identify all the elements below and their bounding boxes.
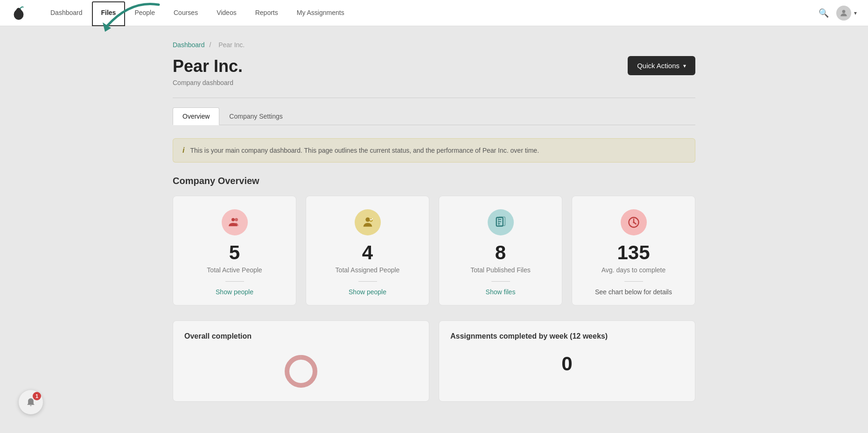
info-banner-text: This is your main company dashboard. Thi… xyxy=(190,147,539,154)
overall-completion-card: Overall completion xyxy=(173,320,429,402)
active-people-divider xyxy=(225,281,244,282)
nav-my-assignments[interactable]: My Assignments xyxy=(287,0,354,26)
stat-card-avg-days: 135 Avg. days to complete See chart belo… xyxy=(572,196,695,305)
active-people-icon xyxy=(222,209,248,235)
nav-videos[interactable]: Videos xyxy=(207,0,246,26)
assigned-people-icon xyxy=(355,209,381,235)
page-header: Pear Inc. Company dashboard Quick Action… xyxy=(173,56,695,86)
user-menu[interactable]: ▾ xyxy=(836,6,857,21)
published-files-link[interactable]: Show files xyxy=(486,288,516,296)
page-title: Pear Inc. xyxy=(173,56,243,76)
published-files-icon xyxy=(488,209,514,235)
avg-days-icon xyxy=(621,209,647,235)
nav-people[interactable]: People xyxy=(125,0,164,26)
completion-chart xyxy=(282,353,320,390)
quick-actions-button[interactable]: Quick Actions ▾ xyxy=(628,56,695,75)
published-files-divider xyxy=(491,281,510,282)
assigned-people-divider xyxy=(358,281,377,282)
published-files-label: Total Published Files xyxy=(470,266,530,274)
assignments-by-week-title: Assignments completed by week (12 weeks) xyxy=(450,332,684,341)
assigned-people-number: 4 xyxy=(362,243,373,263)
stat-card-published-files: 8 Total Published Files Show files xyxy=(439,196,562,305)
notification-count: 1 xyxy=(33,392,41,400)
stat-card-assigned-people: 4 Total Assigned People Show people xyxy=(306,196,429,305)
assigned-people-link[interactable]: Show people xyxy=(349,288,386,296)
page-subtitle: Company dashboard xyxy=(173,79,243,86)
nav-dashboard[interactable]: Dashboard xyxy=(41,0,92,26)
assigned-people-label: Total Assigned People xyxy=(336,266,400,274)
overall-completion-title: Overall completion xyxy=(184,332,418,341)
info-banner: i This is your main company dashboard. T… xyxy=(173,138,695,163)
svg-point-4 xyxy=(231,218,235,221)
svg-point-18 xyxy=(287,357,315,385)
tab-company-settings[interactable]: Company Settings xyxy=(219,107,292,125)
main-content: Dashboard / Pear Inc. Pear Inc. Company … xyxy=(154,26,714,417)
stat-cards: 5 Total Active People Show people 4 Tota… xyxy=(173,196,695,305)
active-people-number: 5 xyxy=(229,243,240,263)
stat-card-active-people: 5 Total Active People Show people xyxy=(173,196,296,305)
avg-days-link: See chart below for details xyxy=(595,288,672,296)
avg-days-label: Avg. days to complete xyxy=(602,266,665,274)
search-area: 🔍 xyxy=(819,8,829,18)
breadcrumb-separator: / xyxy=(209,41,211,49)
avg-days-divider xyxy=(624,281,643,282)
quick-actions-chevron-icon: ▾ xyxy=(683,63,686,69)
avatar xyxy=(836,6,851,21)
info-icon: i xyxy=(182,146,184,155)
svg-point-2 xyxy=(842,10,846,13)
active-people-link[interactable]: Show people xyxy=(216,288,253,296)
page-title-group: Pear Inc. Company dashboard xyxy=(173,56,243,86)
logo xyxy=(11,6,26,21)
svg-point-5 xyxy=(235,218,238,221)
notification-badge[interactable]: 1 xyxy=(19,390,43,414)
assignments-by-week-card: Assignments completed by week (12 weeks)… xyxy=(439,320,695,402)
breadcrumb-parent[interactable]: Dashboard xyxy=(173,41,205,49)
tabs: Overview Company Settings xyxy=(173,107,695,125)
svg-point-16 xyxy=(633,221,635,223)
section-title: Company Overview xyxy=(173,176,695,186)
active-people-label: Total Active People xyxy=(207,266,262,274)
user-chevron: ▾ xyxy=(854,10,857,16)
navigation: Dashboard Files People Courses Videos Re… xyxy=(0,0,868,26)
nav-reports[interactable]: Reports xyxy=(246,0,287,26)
published-files-number: 8 xyxy=(495,243,506,263)
search-icon[interactable]: 🔍 xyxy=(819,8,829,18)
svg-point-6 xyxy=(365,218,370,222)
bottom-cards: Overall completion Assignments completed… xyxy=(173,320,695,402)
breadcrumb: Dashboard / Pear Inc. xyxy=(173,41,695,49)
avg-days-number: 135 xyxy=(617,243,650,263)
tab-overview[interactable]: Overview xyxy=(173,107,219,125)
header-divider xyxy=(173,98,695,98)
nav-links: Dashboard Files People Courses Videos Re… xyxy=(41,0,819,26)
nav-courses[interactable]: Courses xyxy=(164,0,207,26)
breadcrumb-current: Pear Inc. xyxy=(218,41,245,49)
nav-files[interactable]: Files xyxy=(92,0,126,26)
assignments-by-week-number: 0 xyxy=(450,348,684,375)
